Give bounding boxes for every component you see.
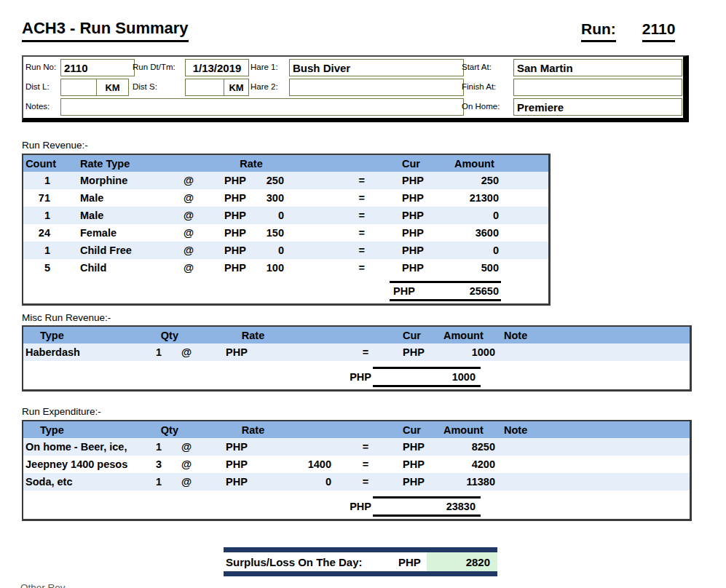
run-number: 2110 — [642, 20, 676, 42]
table-row: Soda, etc 1 @ PHP 0 = PHP 11380 — [23, 473, 690, 490]
expenditure-header-row: Type Qty Rate Cur Amount Note — [23, 421, 690, 438]
table-row: 1 Morphine @ PHP 250 = PHP 250 — [23, 172, 548, 189]
col-header-amount: Amount — [443, 330, 498, 341]
equals-symbol: = — [295, 227, 400, 239]
col-header-count: Count — [23, 158, 63, 170]
finish-at-field[interactable] — [513, 79, 682, 96]
run-details-form: Run No: 2110 Run Dt/Tm: 1/13/2019 Hare 1… — [22, 55, 689, 122]
at-symbol: @ — [173, 175, 208, 186]
dist-l-unit: KM — [96, 79, 129, 96]
revenue-section-label: Run Revenue:- — [22, 140, 88, 151]
equals-symbol: = — [333, 476, 398, 488]
table-row: 71 Male @ PHP 300 = PHP 21300 — [23, 189, 548, 207]
col-header-amount: Amount — [443, 424, 498, 436]
hare2-field[interactable] — [289, 79, 464, 96]
at-symbol: @ — [173, 192, 208, 204]
revenue-table: Count Rate Type Rate Cur Amount 1 Morphi… — [22, 154, 551, 306]
misc-header-row: Type Qty Rate Cur Amount Note — [23, 327, 690, 343]
total-amount: 25650 — [470, 285, 499, 297]
at-symbol: @ — [180, 458, 213, 470]
at-symbol: @ — [173, 227, 208, 239]
equals-symbol: = — [295, 245, 400, 256]
total-currency: PHP — [393, 285, 415, 297]
surplus-currency: PHP — [398, 552, 427, 571]
col-header-amount: Amount — [454, 158, 509, 170]
total-amount: 23830 — [446, 501, 476, 512]
equals-symbol: = — [295, 192, 400, 204]
surplus-bottom-rule — [224, 571, 497, 576]
misc-revenue-section-label: Misc Run Revenue:- — [22, 312, 111, 323]
expenditure-section-label: Run Expenditure:- — [22, 406, 101, 417]
start-at-field[interactable]: San Martin — [513, 59, 682, 76]
col-header-cur: Cur — [398, 424, 443, 436]
col-header-cur: Cur — [398, 330, 443, 341]
table-row: On home - Beer, ice, 1 @ PHP = PHP 8250 — [23, 438, 690, 456]
col-header-rate-type: Rate Type — [63, 158, 173, 170]
table-row: 5 Child @ PHP 100 = PHP 500 — [23, 259, 548, 277]
on-home-label: On Home: — [462, 102, 500, 111]
run-dt-field[interactable]: 1/13/2019 — [185, 59, 249, 76]
hare1-field[interactable]: Bush Diver — [289, 59, 464, 76]
surplus-row: Surplus/Loss On The Day: PHP 2820 — [224, 552, 497, 571]
on-home-field[interactable]: Premiere — [513, 98, 682, 116]
col-header-type: Type — [23, 424, 140, 436]
at-symbol: @ — [173, 262, 208, 274]
surplus-bar: Surplus/Loss On The Day: PHP 2820 — [224, 547, 497, 576]
start-at-label: Start At: — [462, 63, 492, 71]
col-header-qty: Qty — [140, 424, 180, 436]
misc-total-row: PHP 1000 — [23, 367, 690, 387]
table-row: Haberdash 1 @ PHP = PHP 1000 — [23, 343, 690, 361]
dist-l-label: Dist L: — [25, 82, 50, 91]
table-row: 1 Child Free @ PHP 0 = PHP 0 — [23, 242, 548, 259]
table-row: 1 Male @ PHP 0 = PHP 0 — [23, 207, 548, 224]
expenditure-total-row: PHP 23830 — [23, 496, 690, 517]
equals-symbol: = — [295, 175, 400, 186]
run-no-field[interactable]: 2110 — [60, 59, 135, 76]
at-symbol: @ — [180, 476, 213, 488]
revenue-header-row: Count Rate Type Rate Cur Amount — [23, 155, 548, 172]
misc-total: 1000 — [373, 367, 481, 387]
equals-symbol: = — [295, 210, 400, 221]
col-header-rate: Rate — [213, 424, 333, 436]
equals-symbol: = — [333, 346, 398, 358]
col-header-note: Note — [498, 330, 690, 341]
equals-symbol: = — [333, 441, 398, 453]
clipped-next-section-label: Other Rev — [20, 582, 66, 588]
expenditure-total: 23830 — [373, 496, 481, 517]
notes-label: Notes: — [25, 102, 50, 111]
col-header-note: Note — [498, 424, 690, 436]
total-amount: 1000 — [452, 371, 476, 383]
at-symbol: @ — [180, 441, 213, 453]
col-header-rate: Rate — [213, 330, 333, 341]
run-dt-label: Run Dt/Tm: — [133, 63, 175, 71]
revenue-total: PHP 25650 — [390, 281, 501, 301]
misc-revenue-table: Type Qty Rate Cur Amount Note Haberdash … — [22, 325, 692, 392]
hare2-label: Hare 2: — [250, 82, 278, 91]
col-header-type: Type — [23, 330, 140, 341]
hare1-label: Hare 1: — [250, 63, 278, 71]
table-row: Jeepney 1400 pesos 3 @ PHP 1400 = PHP 42… — [23, 456, 690, 473]
page-title: ACH3 - Run Summary — [22, 19, 189, 42]
revenue-total-row: PHP 25650 — [23, 281, 548, 301]
table-row: 24 Female @ PHP 150 = PHP 3600 — [23, 224, 548, 242]
col-header-qty: Qty — [140, 330, 180, 341]
at-symbol: @ — [173, 245, 208, 256]
equals-symbol: = — [333, 458, 398, 470]
at-symbol: @ — [173, 210, 208, 221]
col-header-rate: Rate — [208, 158, 295, 170]
at-symbol: @ — [180, 346, 213, 358]
run-no-label: Run No: — [25, 63, 56, 71]
surplus-label: Surplus/Loss On The Day: — [224, 552, 398, 571]
expenditure-table: Type Qty Rate Cur Amount Note On home - … — [22, 420, 692, 521]
run-label: Run: — [581, 20, 616, 42]
dist-s-unit: KM — [224, 79, 249, 96]
dist-s-label: Dist S: — [133, 82, 157, 91]
col-header-cur: Cur — [400, 158, 454, 170]
finish-at-label: Finish At: — [462, 82, 496, 91]
notes-field[interactable] — [60, 98, 464, 116]
run-badge: Run: 2110 — [581, 20, 675, 42]
surplus-amount: 2820 — [427, 552, 497, 571]
surplus-top-rule — [224, 547, 497, 552]
equals-symbol: = — [295, 262, 400, 274]
